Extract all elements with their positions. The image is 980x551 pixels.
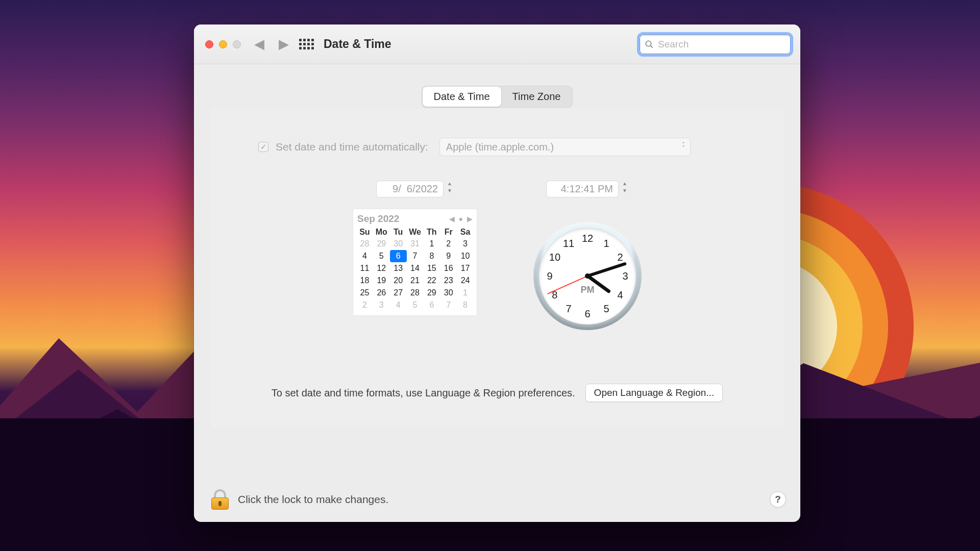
calendar-day[interactable]: 5 (373, 250, 390, 262)
calendar-day[interactable]: 24 (457, 274, 474, 287)
clock-numeral: 11 (563, 237, 574, 249)
calendar-day[interactable]: 23 (440, 274, 457, 287)
date-step-up-icon[interactable]: ▲ (446, 181, 454, 188)
calendar-day[interactable]: 29 (423, 287, 440, 299)
clock-numeral: 2 (618, 252, 623, 263)
calendar-day[interactable]: 15 (423, 262, 440, 274)
calendar-day[interactable]: 2 (440, 238, 457, 250)
tab-date-time[interactable]: Date & Time (423, 87, 501, 107)
clock-numeral: 3 (622, 270, 628, 282)
calendar-month: Sep 2022 (357, 213, 399, 224)
calendar-day[interactable]: 19 (373, 274, 390, 287)
calendar-day: 3 (373, 299, 390, 311)
calendar-day[interactable]: 8 (423, 250, 440, 262)
calendar-day[interactable]: 18 (356, 274, 373, 287)
forward-button: ▶︎ (279, 36, 289, 52)
calendar-day[interactable]: 3 (457, 238, 474, 250)
window-title: Date & Time (324, 37, 391, 51)
calendar-day: 4 (390, 299, 407, 311)
calendar-day: 30 (390, 238, 407, 250)
calendar-day[interactable]: 21 (407, 274, 424, 287)
time-server-dropdown[interactable]: Apple (time.apple.com.) ˄˅ (439, 138, 691, 156)
svg-point-0 (646, 41, 651, 46)
clock-numeral: 6 (584, 308, 590, 320)
calendar-day[interactable]: 14 (407, 262, 424, 274)
auto-label: Set date and time automatically: (276, 141, 428, 153)
minimize-icon[interactable] (219, 40, 227, 48)
time-column: ▲▼ PM 121234567891011 (533, 181, 642, 330)
calendar-day[interactable]: 17 (457, 262, 474, 274)
calendar-day[interactable]: 20 (390, 274, 407, 287)
calendar-day[interactable]: 6 (390, 250, 407, 262)
calendar-prev-icon[interactable]: ◀︎ (449, 215, 455, 223)
calendar-today-icon[interactable]: ● (459, 215, 463, 223)
calendar-day[interactable]: 25 (356, 287, 373, 299)
svg-line-1 (651, 45, 653, 47)
close-icon[interactable] (205, 40, 213, 48)
date-step-down-icon[interactable]: ▼ (446, 188, 454, 195)
date-column: ▲▼ Sep 2022 ◀︎ ● ▶︎ SuMoTuWeThFrSa282930… (353, 181, 477, 330)
format-hint: To set date and time formats, use Langua… (272, 387, 575, 399)
calendar-day: 6 (423, 299, 440, 311)
calendar-day[interactable]: 10 (457, 250, 474, 262)
calendar-day[interactable]: 1 (423, 238, 440, 250)
calendar-day[interactable]: 30 (440, 287, 457, 299)
clock-ampm: PM (581, 285, 595, 295)
show-all-button[interactable] (299, 39, 312, 49)
tab-bar: Date & Time Time Zone (194, 86, 800, 108)
window-footer: Click the lock to make changes. ? (211, 489, 786, 510)
analog-clock: PM 121234567891011 (533, 222, 642, 330)
time-step-up-icon[interactable]: ▲ (621, 181, 629, 188)
clock-numeral: 1 (603, 237, 609, 249)
calendar[interactable]: Sep 2022 ◀︎ ● ▶︎ SuMoTuWeThFrSa282930311… (353, 209, 477, 316)
traffic-lights (205, 40, 241, 48)
calendar-dow: We (407, 227, 424, 238)
calendar-day: 2 (356, 299, 373, 311)
calendar-day[interactable]: 9 (440, 250, 457, 262)
calendar-day: 31 (407, 238, 424, 250)
calendar-dow: Mo (373, 227, 390, 238)
calendar-day[interactable]: 16 (440, 262, 457, 274)
lock-hint: Click the lock to make changes. (238, 493, 388, 506)
content-panel: Set date and time automatically: Apple (… (210, 109, 784, 428)
help-button[interactable]: ? (770, 491, 786, 508)
search-field[interactable] (639, 34, 791, 55)
calendar-day: 7 (440, 299, 457, 311)
calendar-day[interactable]: 13 (390, 262, 407, 274)
clock-numeral: 12 (582, 233, 593, 244)
time-step-down-icon[interactable]: ▼ (621, 188, 629, 195)
calendar-dow: Tu (390, 227, 407, 238)
search-icon (645, 40, 654, 49)
search-input[interactable] (658, 39, 786, 50)
calendar-day[interactable]: 22 (423, 274, 440, 287)
calendar-day[interactable]: 26 (373, 287, 390, 299)
calendar-next-icon[interactable]: ▶︎ (467, 215, 473, 223)
back-button[interactable]: ◀︎ (254, 36, 264, 52)
tab-time-zone[interactable]: Time Zone (501, 87, 572, 107)
nav-buttons: ◀︎ ▶︎ (254, 36, 289, 52)
time-stepper[interactable]: ▲▼ (546, 181, 629, 197)
calendar-day: 5 (407, 299, 424, 311)
calendar-day: 29 (373, 238, 390, 250)
preferences-window: ◀︎ ▶︎ Date & Time Date & Time Time Zone … (194, 24, 800, 522)
calendar-day[interactable]: 4 (356, 250, 373, 262)
calendar-day[interactable]: 11 (356, 262, 373, 274)
time-field[interactable] (546, 181, 619, 197)
clock-numeral: 9 (547, 270, 552, 282)
calendar-day: 1 (457, 287, 474, 299)
date-stepper[interactable]: ▲▼ (376, 181, 454, 197)
calendar-day[interactable]: 28 (407, 287, 424, 299)
zoom-icon (233, 40, 241, 48)
calendar-day: 8 (457, 299, 474, 311)
date-field[interactable] (376, 181, 444, 197)
auto-checkbox[interactable] (258, 142, 268, 152)
calendar-day[interactable]: 7 (407, 250, 424, 262)
calendar-day[interactable]: 12 (373, 262, 390, 274)
calendar-dow: Su (356, 227, 373, 238)
open-language-region-button[interactable]: Open Language & Region... (585, 384, 723, 402)
calendar-dow: Th (423, 227, 440, 238)
calendar-day[interactable]: 27 (390, 287, 407, 299)
lock-icon[interactable] (211, 489, 229, 510)
clock-numeral: 7 (566, 303, 571, 315)
clock-numeral: 10 (549, 252, 560, 263)
